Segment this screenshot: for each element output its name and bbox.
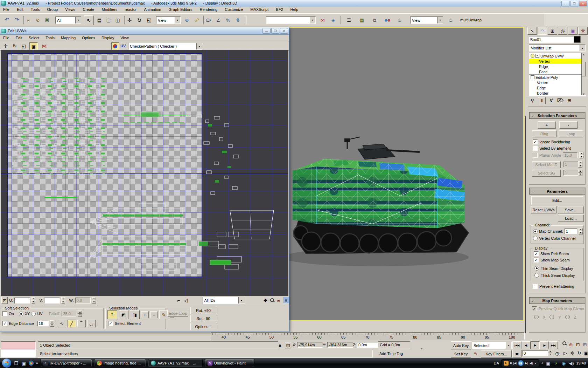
next-frame-icon[interactable]: |▶ — [540, 341, 549, 349]
grow-selection-button[interactable]: + — [538, 121, 556, 129]
edge-distance-field[interactable]: 16 — [37, 321, 49, 326]
key-mode-toggle-icon[interactable]: ◀▶ — [512, 350, 522, 357]
pause-icon[interactable]: ▮▮ — [518, 360, 524, 366]
collapse-icon[interactable]: − — [536, 54, 539, 58]
menu-group[interactable]: Group — [44, 7, 61, 12]
menu-bf2[interactable]: BF2 — [273, 7, 286, 12]
multiunwrap-label[interactable]: multiUnwrap — [460, 18, 482, 22]
pan-view-icon[interactable]: ✥ — [569, 349, 575, 356]
chevron-down-icon[interactable]: ▼ — [580, 45, 585, 51]
map-channel-field[interactable]: 1 — [565, 229, 577, 234]
tray-network-icon[interactable]: ◉ — [561, 360, 566, 366]
show-map-seam-checkbox[interactable]: ✓ — [534, 258, 539, 263]
menu-reactor[interactable]: reactor — [121, 7, 140, 12]
chevron-down-icon[interactable]: ▼ — [437, 17, 443, 23]
show-map-toggle-icon[interactable] — [111, 42, 119, 50]
uvw-titlebar[interactable]: Edit UVWs — ❐ ✕ — [0, 27, 289, 35]
selection-lock-icon[interactable]: 🔒︎ — [277, 342, 283, 348]
menu-create[interactable]: Create — [79, 7, 97, 12]
pan-hand-icon[interactable]: ✥ — [262, 297, 268, 304]
chevron-down-icon[interactable]: ▼ — [196, 43, 202, 49]
mirror-icon[interactable]: ⋈ — [318, 16, 327, 24]
window-crossing-icon[interactable]: ◫ — [113, 16, 122, 24]
taskbar-button-paint[interactable]: ✎ Unavngivet - Paint — [205, 359, 254, 367]
show-pelt-seam-checkbox[interactable]: ✓ — [534, 251, 539, 256]
select-sg-button[interactable]: Select SG — [532, 170, 561, 177]
media-app-icon[interactable]: ▶ — [504, 361, 509, 366]
v-spinner[interactable]: ▲▼ — [61, 297, 65, 304]
configure-modifier-sets-icon[interactable]: ⊞ — [566, 97, 573, 103]
select-by-name-icon[interactable]: ▤ — [95, 16, 104, 24]
go-to-end-icon[interactable]: ▶▶| — [549, 341, 558, 349]
matid-field[interactable]: 1 — [564, 162, 579, 167]
zoom-icon[interactable] — [270, 298, 274, 303]
zoom-extents-all-icon[interactable]: ⊞ — [582, 341, 588, 348]
listener-macro-pane[interactable] — [1, 342, 35, 349]
stack-item-face[interactable]: Face — [529, 69, 586, 74]
modify-tab-icon[interactable]: ◠ — [538, 27, 547, 35]
xy-radio[interactable] — [19, 312, 23, 316]
schematic-view-icon[interactable]: ⧉ — [370, 16, 379, 24]
utilities-tab-icon[interactable]: ⚒ — [578, 27, 588, 35]
u-field[interactable] — [14, 298, 30, 304]
taskbar-button-3dsmax[interactable]: AAVP7A1_v2.max ... — [148, 359, 203, 367]
stop-icon[interactable]: ■ — [510, 361, 512, 365]
tray-power-icon[interactable]: ⚡ — [553, 360, 559, 366]
menu-animation[interactable]: Animation — [141, 7, 164, 12]
unlink-selection-icon[interactable]: ⊘ — [34, 16, 42, 24]
stack-item-edge[interactable]: Edge — [529, 64, 586, 69]
thin-seam-radio[interactable] — [534, 266, 539, 271]
selection-parameters-header[interactable]: -Selection Parameters — [529, 112, 585, 119]
freeform-mode-icon[interactable]: ▣ — [29, 42, 38, 50]
menu-help[interactable]: Help — [287, 7, 302, 12]
falloff-spinner[interactable]: ▲▼ — [78, 311, 82, 317]
uv-canvas[interactable] — [1, 50, 288, 296]
reference-coordinate-dropdown[interactable]: View▼ — [156, 16, 181, 24]
chrome-icon[interactable] — [29, 361, 34, 366]
quick-launch-show-desktop-icon[interactable]: ❐ — [13, 360, 19, 366]
stack-item-poly-edge[interactable]: Edge — [529, 85, 586, 90]
edge-loop-button[interactable]: Edge Loop — [167, 310, 188, 317]
falloff-fast-curve-icon[interactable]: ⌒ — [77, 320, 86, 327]
edge-distance-spinner[interactable]: ▲▼ — [50, 320, 54, 327]
material-editor-icon[interactable]: ●● — [383, 16, 391, 24]
uvw-menu-options[interactable]: Options — [79, 35, 98, 41]
rotate-uv-icon[interactable]: ↻ — [11, 43, 18, 49]
y-axis-radio[interactable] — [550, 315, 554, 319]
tray-collapse-icon[interactable]: < — [541, 361, 544, 365]
chevron-down-icon[interactable]: ▼ — [506, 342, 511, 349]
bulb-icon[interactable] — [531, 54, 534, 58]
uvw-menu-file[interactable]: File — [0, 35, 13, 41]
uvw-menu-tools[interactable]: Tools — [42, 35, 58, 41]
stack-item-poly-vertex[interactable]: Vertex — [529, 80, 586, 85]
planar-angle-checkbox[interactable] — [533, 153, 538, 158]
remove-modifier-icon[interactable]: ⌦ — [557, 97, 564, 103]
mirror-uv-icon[interactable]: ⋈ — [41, 43, 48, 49]
use-pivot-point-center-icon[interactable]: ⊕ — [183, 16, 191, 24]
maximize-icon[interactable]: ❐ — [271, 28, 279, 34]
timeline-ruler[interactable]: 40 45 50 55 60 65 70 75 80 85 90 95 100 — [211, 332, 525, 341]
curve-editor-icon[interactable]: ▦ — [358, 16, 366, 24]
align-icon[interactable]: ◈ — [329, 16, 337, 24]
edge-distance-checkbox[interactable]: ✓ — [2, 321, 7, 326]
layer-manager-icon[interactable]: ☰ — [345, 16, 353, 24]
menu-file[interactable]: File — [0, 7, 13, 12]
create-tab-icon[interactable]: ↖ — [527, 27, 537, 35]
u-spinner[interactable]: ▲▼ — [31, 297, 35, 304]
matid-spinner[interactable]: ▲▼ — [578, 161, 582, 168]
falloff-field[interactable]: 25,0 — [62, 311, 76, 316]
previous-frame-icon[interactable]: ◀| — [522, 341, 531, 349]
next-track-icon[interactable]: ▶| — [525, 361, 528, 365]
zoom-extents-icon[interactable]: ⊡ — [575, 341, 581, 348]
select-matid-button[interactable]: Select MatID — [532, 161, 561, 168]
falloff-linear-curve-icon[interactable]: ╱ — [68, 320, 76, 327]
quick-launch-window-icon[interactable]: ▣ — [21, 360, 27, 366]
close-icon[interactable]: ✕ — [280, 28, 288, 34]
stack-item-unwrap-uvw[interactable]: − Unwrap UVW — [529, 53, 586, 59]
motion-tab-icon[interactable]: ◎ — [558, 27, 567, 35]
snaps-toggle-icon[interactable]: Ω3 — [204, 16, 213, 24]
filter-selected-faces-icon[interactable]: ◁ — [183, 297, 188, 304]
menu-maxscript[interactable]: MAXScript — [247, 7, 272, 12]
auto-key-button[interactable]: Auto Key — [451, 341, 471, 349]
vertex-mode-icon[interactable]: ⠿ — [107, 310, 117, 319]
